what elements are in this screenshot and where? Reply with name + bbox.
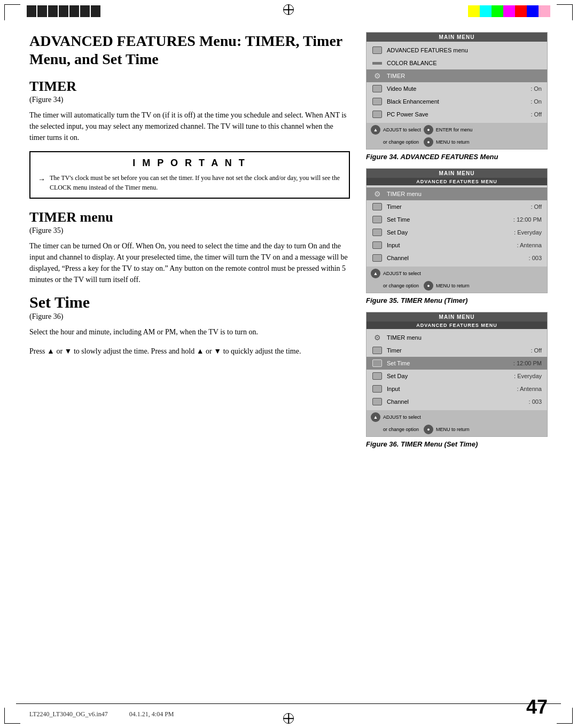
- timer-body: The timer will automatically turn the TV…: [29, 109, 350, 143]
- fig36-footer: ▲ ADJUST to select: [367, 410, 547, 424]
- fig34-footer-text2: ENTER for menu: [436, 127, 473, 132]
- page-title: ADVANCED FEATURES Menu: TIMER, Timer Men…: [29, 32, 350, 68]
- fig34-menu-icon: ●: [424, 137, 433, 147]
- menu-item-text: Set Day: [387, 229, 510, 236]
- gear-icon: ⚙: [372, 190, 383, 198]
- fig34-footer2: or change option ● MENU to return: [367, 137, 547, 149]
- fig34-items: ADVANCED FEATURES menuCOLOR BALANCE⚙TIME…: [367, 42, 547, 123]
- menu-item-text: Video Mute: [387, 85, 526, 92]
- fig35-footer-icon: ▲: [371, 269, 380, 278]
- fig36-footer-icon: ▲: [371, 412, 380, 422]
- menu-item-text: Set Time: [387, 216, 509, 223]
- corner-mark-tr: [557, 4, 573, 20]
- menu-item-text: TIMER: [387, 73, 542, 79]
- timer-heading: TIMER: [29, 79, 350, 95]
- fig34-footer-text1: ADJUST to select: [383, 127, 421, 132]
- timer-menu-body: The timer can be turned On or Off. When …: [29, 240, 350, 285]
- page-content: ADVANCED FEATURES Menu: TIMER, Timer Men…: [29, 32, 548, 701]
- footer-left: LT2240_LT3040_OG_v6.in47: [29, 710, 108, 718]
- tv-icon: [372, 84, 383, 93]
- fig34-enter-icon: ●: [424, 125, 433, 135]
- figure36-screenshot: MAIN MENU ADVANCED FEATURES MENU ⚙TIMER …: [366, 312, 548, 437]
- fig36-menu-icon: ●: [424, 425, 433, 434]
- fig35-caption: Figure 35. TIMER Menu (Timer): [366, 296, 548, 304]
- registration-top-center: [283, 4, 294, 15]
- menu-item-text: Input: [387, 386, 513, 392]
- menu-item-text: Black Enhancement: [387, 98, 526, 105]
- fig35-items: ⚙TIMER menuTimer: OffSet Time: 12:00 PMS…: [367, 185, 547, 267]
- footer-right: 04.1.21, 4:04 PM: [129, 710, 174, 718]
- right-column: MAIN MENU ADVANCED FEATURES menuCOLOR BA…: [366, 32, 548, 701]
- gear-icon: ⚙: [372, 72, 383, 80]
- menu-item-text: TIMER menu: [387, 191, 542, 197]
- dash-icon: [372, 59, 383, 67]
- corner-mark-tl: [4, 4, 20, 20]
- fig36-footer-text2: or change option: [383, 427, 419, 432]
- menu-item-text: Channel: [387, 255, 525, 261]
- menu-item-value: : On: [531, 85, 542, 92]
- set-time-body2: Press ▲ or ▼ to slowly adjust the time. …: [29, 346, 350, 357]
- fig34-footer-text4: MENU to return: [436, 139, 470, 145]
- fig35-footer: ▲ ADJUST to select: [367, 267, 547, 280]
- menu-item-value: : Antenna: [517, 386, 542, 392]
- fig35-subheader: ADVANCED FEATURES MENU: [367, 178, 547, 185]
- tv-icon: [372, 241, 383, 249]
- color-bar: [539, 5, 550, 17]
- menu-item-text: PC Power Save: [387, 111, 526, 118]
- menu-item: Set Time: 12:00 PM: [367, 357, 547, 370]
- set-time-fig-ref: (Figure 36): [29, 312, 350, 321]
- menu-item: ⚙TIMER: [367, 69, 547, 82]
- fig36-header: MAIN MENU: [367, 312, 547, 322]
- menu-item-text: ADVANCED FEATURES menu: [387, 47, 542, 53]
- color-bar: [515, 5, 527, 17]
- menu-item: ⚙TIMER menu: [367, 331, 547, 344]
- fig34-footer-icon: ▲: [371, 125, 380, 135]
- menu-item-text: Input: [387, 242, 513, 248]
- menu-item-text: Set Day: [387, 373, 510, 379]
- fig35-menu-icon: ●: [424, 281, 433, 291]
- menu-item: Timer: Off: [367, 200, 547, 213]
- timer-menu-fig-ref: (Figure 35): [29, 226, 350, 235]
- menu-item-value: : Off: [531, 203, 542, 210]
- corner-mark-bl: [4, 708, 20, 724]
- fig36-footer-text1: ADJUST to select: [383, 414, 421, 420]
- menu-item-value: : Off: [531, 111, 542, 118]
- menu-item-text: COLOR BALANCE: [387, 60, 542, 66]
- color-bars-top-right: [468, 5, 550, 17]
- fig34-footer-text3: or change option: [383, 139, 419, 145]
- fig35-footer-text1: ADJUST to select: [383, 271, 421, 276]
- corner-mark-br: [557, 708, 573, 724]
- tv-icon: [372, 215, 383, 224]
- menu-item-value: : Antenna: [517, 242, 542, 248]
- left-column: ADVANCED FEATURES Menu: TIMER, Timer Men…: [29, 32, 350, 701]
- figure34-screenshot: MAIN MENU ADVANCED FEATURES menuCOLOR BA…: [366, 32, 548, 150]
- tv-icon: [372, 397, 383, 406]
- fig36-subheader: ADVANCED FEATURES MENU: [367, 322, 547, 329]
- menu-item: Set Day: Everyday: [367, 370, 547, 382]
- figure35-screenshot: MAIN MENU ADVANCED FEATURES MENU ⚙TIMER …: [366, 168, 548, 293]
- menu-item-value: : Off: [531, 347, 542, 354]
- tv-icon: [372, 372, 383, 380]
- tv-icon: [372, 202, 383, 211]
- menu-item-value: : 12:00 PM: [513, 216, 542, 223]
- tv-icon: [372, 97, 383, 106]
- page-number: 47: [526, 696, 548, 718]
- menu-item-text: TIMER menu: [387, 334, 542, 341]
- menu-item-value: : On: [531, 98, 542, 105]
- footer-divider: [16, 703, 561, 704]
- menu-item: Channel: 003: [367, 395, 547, 408]
- important-text: The TV's clock must be set before you ca…: [50, 173, 341, 192]
- set-time-body1: Select the hour and minute, including AM…: [29, 326, 350, 338]
- menu-item: Timer: Off: [367, 344, 547, 357]
- fig35-footer2: or change option ● MENU to return: [367, 280, 547, 293]
- tv-icon: [372, 346, 383, 355]
- menu-item: Video Mute: On: [367, 82, 547, 95]
- color-bar: [492, 5, 503, 17]
- fig35-footer-text2: or change option: [383, 283, 419, 288]
- fig34-caption: Figure 34. ADVANCED FEATURES Menu: [366, 153, 548, 161]
- tv-icon: [372, 46, 383, 54]
- timer-fig-ref: (Figure 34): [29, 96, 350, 104]
- arrow-bullet-icon: →: [38, 174, 45, 192]
- fig36-footer-text3: MENU to return: [436, 427, 470, 432]
- menu-item-text: Timer: [387, 203, 526, 210]
